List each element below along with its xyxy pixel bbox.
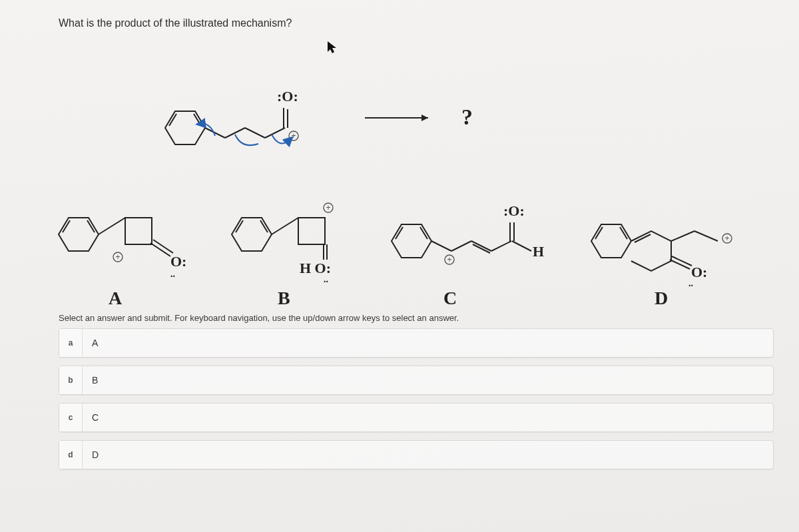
cursor-icon [326, 40, 338, 57]
svg-line-31 [471, 241, 491, 251]
svg-text:+: + [115, 252, 120, 262]
svg-line-5 [265, 128, 285, 138]
answer-label: A [83, 329, 98, 357]
answer-option[interactable]: b B [59, 366, 774, 395]
answer-option[interactable]: c C [59, 403, 774, 432]
svg-line-33 [491, 241, 511, 251]
label-d: D [655, 288, 668, 309]
option-d-structure: + O: .. [585, 188, 758, 290]
answer-key: c [59, 403, 83, 431]
svg-text:+: + [724, 234, 729, 243]
answer-key: b [59, 366, 83, 394]
reaction-arrow [362, 108, 441, 131]
option-c-structure: :O: H + [385, 174, 571, 284]
svg-text:+: + [326, 203, 330, 212]
answer-option[interactable]: d D [59, 440, 774, 469]
svg-line-4 [245, 128, 265, 138]
svg-line-46 [670, 260, 690, 269]
label-a: A [109, 288, 122, 309]
svg-line-43 [694, 231, 718, 241]
svg-text:..: .. [324, 274, 328, 284]
svg-text:+: + [291, 131, 296, 140]
svg-line-13 [99, 218, 125, 234]
svg-text:..: .. [688, 278, 693, 288]
label-c: C [443, 288, 457, 309]
answer-key: a [59, 329, 83, 357]
product-placeholder: ? [461, 105, 473, 130]
answer-option[interactable]: a A [59, 328, 774, 358]
svg-line-36 [512, 241, 531, 251]
svg-text:+: + [447, 255, 451, 264]
question-title: What is the product of the illustrated m… [59, 17, 780, 29]
answer-key: d [59, 441, 83, 469]
answer-list: a A b B c C d D [59, 328, 780, 469]
reactant-structure: :O: + [158, 61, 332, 170]
label-b: B [278, 288, 290, 309]
svg-line-47 [672, 256, 692, 266]
svg-line-30 [451, 241, 471, 251]
option-b-structure: + H O: .. [225, 181, 385, 290]
svg-line-2 [205, 128, 225, 138]
instructions: Select an answer and submit. For keyboar… [59, 313, 780, 323]
option-a-structure: O: .. + [52, 181, 212, 284]
svg-text:..: .. [170, 269, 175, 279]
figure-area: :O: + ? [59, 41, 780, 301]
atom-o: :O: [503, 202, 525, 219]
svg-line-21 [272, 218, 298, 234]
answer-label: B [83, 366, 98, 394]
svg-line-29 [431, 241, 451, 251]
answer-label: C [83, 403, 99, 431]
atom-h: H [533, 243, 544, 260]
answer-label: D [83, 441, 99, 469]
svg-line-42 [671, 231, 694, 241]
svg-line-3 [225, 128, 245, 138]
atom-o: O: [691, 264, 707, 280]
atom-o: O: [170, 253, 186, 270]
question-page: What is the product of the illustrated m… [0, 0, 799, 532]
atom-o: :O: [277, 88, 298, 105]
